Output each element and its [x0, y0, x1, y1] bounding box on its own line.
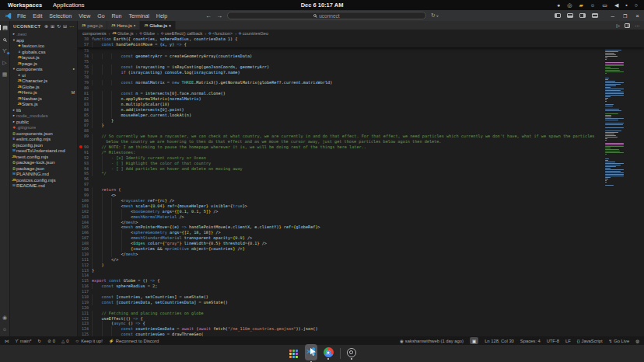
- explorer-icon[interactable]: ▤: [0, 25, 10, 30]
- code-line[interactable]: 87}: [78, 123, 644, 128]
- breadcrumb-item[interactable]: JSGlobe.js: [112, 31, 133, 36]
- settings-gear-icon[interactable]: ☼: [0, 326, 10, 332]
- code-line[interactable]: 111</>: [78, 257, 644, 263]
- tree-item[interactable]: JSlayout.js: [10, 54, 77, 61]
- menu-selection[interactable]: Selection: [49, 13, 72, 19]
- os-menu-item[interactable]: Workspaces: [8, 2, 42, 9]
- toggle-secondary-sidebar-icon[interactable]: [579, 13, 586, 18]
- tree-item[interactable]: {}package.json: [10, 165, 77, 172]
- run-file-button[interactable]: ▷: [616, 23, 620, 28]
- code-area[interactable]: 7374const geometryArr = createGeometryAr…: [78, 48, 644, 336]
- tree-item[interactable]: JSGlobe.js: [10, 84, 77, 90]
- app-indicator-icon[interactable]: ●: [557, 2, 560, 8]
- sync-changes[interactable]: ↻: [38, 339, 42, 343]
- tree-folder[interactable]: ▸node_modules: [10, 113, 77, 119]
- toggle-panel-icon[interactable]: [567, 13, 573, 18]
- tree-item[interactable]: JSHero.jsM: [10, 89, 77, 96]
- notifications-bell[interactable]: ◍: [635, 339, 639, 343]
- code-line[interactable]: 109{countries && <primitive object={coun…: [78, 246, 644, 252]
- code-line[interactable]: 91/* Milestones:: [78, 150, 644, 155]
- split-editor-button[interactable]: [625, 23, 630, 28]
- launchpad-icon[interactable]: [289, 349, 299, 359]
- code-line[interactable]: 88: [78, 128, 644, 134]
- tree-item[interactable]: ★favicon.ico: [10, 43, 77, 49]
- refresh-explorer-icon[interactable]: ↻: [57, 23, 61, 29]
- tree-item[interactable]: {}jsconfig.json: [10, 142, 77, 148]
- run-debug-icon[interactable]: ▷: [0, 60, 10, 65]
- eol-sequence[interactable]: LF: [565, 339, 571, 343]
- power-icon[interactable]: ○: [635, 2, 638, 8]
- close-tab-icon[interactable]: ×: [169, 23, 171, 28]
- menu-terminal[interactable]: Terminal: [128, 13, 149, 19]
- code-line[interactable]: 125const countriesGeo = drawThreeGeo(: [78, 332, 644, 336]
- code-line[interactable]: 100<raycaster ref={rc} />: [78, 198, 644, 204]
- breadcrumb-item[interactable]: ◇useEffect() callback: [161, 31, 202, 36]
- tree-folder[interactable]: ▸ui: [10, 72, 77, 78]
- errors[interactable]: ⊘0: [47, 339, 55, 343]
- code-line[interactable]: 119const [countriesData, setCountriesDat…: [78, 300, 644, 305]
- breakpoint-icon[interactable]: [79, 145, 82, 148]
- minimap[interactable]: [605, 37, 625, 186]
- tree-item[interactable]: JSpostcss.config.mjs: [10, 177, 77, 183]
- menu-go[interactable]: Go: [97, 13, 104, 19]
- code-line[interactable]: 74const geometryArr = createGeometryArra…: [78, 54, 644, 59]
- code-line[interactable]: 116const sphereRadius = 2;: [78, 284, 644, 289]
- code-line[interactable]: 79const normalMatrix = new THREE.Matrix3…: [78, 80, 644, 85]
- code-line[interactable]: 118const [countries, setCountries] = use…: [78, 294, 644, 300]
- close-button[interactable]: ×: [635, 12, 639, 19]
- tree-item[interactable]: MneedToUnderstand.md: [10, 148, 77, 154]
- code-line[interactable]: 90// NOTE: I am thinking to pause the ho…: [78, 144, 644, 150]
- tree-item[interactable]: {}components.json: [10, 131, 77, 137]
- recorder-icon[interactable]: ◎: [567, 2, 572, 8]
- git-branch[interactable]: Ƴmain*: [16, 339, 32, 343]
- customize-layout-icon[interactable]: [592, 13, 598, 18]
- code-line[interactable]: 82n.applyNormalMatrix(normalMatrix): [78, 96, 644, 102]
- code-line[interactable]: 85mouseHelper.current.lookAt(n): [78, 113, 644, 118]
- code-line[interactable]: 93- [ ] Highlight the color of that coun…: [78, 161, 644, 166]
- gitlens-blame[interactable]: ◉sakshamwithweb (1 day ago): [400, 339, 464, 343]
- tab-hero-js[interactable]: JSHero.js●: [107, 21, 140, 30]
- breadcrumb-item[interactable]: ◇Globe: [139, 31, 155, 36]
- tree-item[interactable]: MPLANNING.md: [10, 171, 77, 177]
- tree-item[interactable]: JSNavbar.js: [10, 96, 77, 102]
- menu-edit[interactable]: Edit: [33, 13, 42, 19]
- code-line[interactable]: 38function Earth({ countries, sphereRadi…: [78, 37, 644, 42]
- warnings[interactable]: △0: [61, 339, 68, 343]
- tree-item[interactable]: #globals.css: [10, 49, 77, 55]
- tree-item[interactable]: Eeslint.config.mjs: [10, 136, 77, 142]
- language-mode[interactable]: {}JavaScript: [577, 339, 603, 343]
- tab-globe-js[interactable]: JSGlobe.js×: [140, 21, 176, 30]
- code-line[interactable]: 120: [78, 305, 644, 311]
- minimize-button[interactable]: –: [611, 12, 614, 19]
- code-line[interactable]: 84n.add(intersects[0].point): [78, 107, 644, 113]
- shield-icon[interactable]: ▰: [579, 2, 583, 8]
- code-line[interactable]: 103<meshNormalMaterial />: [78, 214, 644, 220]
- extensions-icon[interactable]: ▦: [0, 71, 10, 77]
- tree-item[interactable]: MREADME.md: [10, 183, 77, 189]
- code-line[interactable]: 105<mesh onPointerMove={(e) => handlePoi…: [78, 225, 644, 230]
- code-line[interactable]: 77if (israycasting) console.log(israycas…: [78, 70, 644, 75]
- menu-run[interactable]: Run: [112, 13, 122, 19]
- collapse-folders-icon[interactable]: ⊟: [63, 23, 67, 29]
- search-input[interactable]: uconnect: [227, 12, 426, 19]
- code-line[interactable]: 89// So currently we have a raycaster, w…: [78, 134, 644, 139]
- code-line[interactable]: 113}: [78, 268, 644, 273]
- search-icon[interactable]: [0, 37, 10, 42]
- code-line[interactable]: 96: [78, 176, 644, 182]
- menu-view[interactable]: View: [79, 13, 90, 19]
- code-line[interactable]: 98return (: [78, 187, 644, 193]
- breadcrumb[interactable]: components›JSGlobe.js›◇Globe›◇useEffect(…: [78, 30, 644, 37]
- code-line[interactable]: 121// Fetching and placing countries on …: [78, 311, 644, 316]
- chrome-icon[interactable]: [324, 347, 334, 360]
- code-line[interactable]: 117: [78, 289, 644, 294]
- more-actions-icon[interactable]: ⋯: [69, 23, 74, 29]
- keep-it-up[interactable]: ☺Keep it up!: [75, 339, 103, 343]
- code-line[interactable]: 92- [x] Identify current country or Ocea…: [78, 155, 644, 161]
- code-line[interactable]: 123(async () => {: [78, 321, 644, 326]
- code-line[interactable]: 57const handlePointMove = (x, y) => {: [78, 42, 644, 47]
- menu-file[interactable]: File: [17, 13, 26, 19]
- code-line[interactable]: 81const n = intersects[0].face.normal.cl…: [78, 91, 644, 96]
- accounts-icon[interactable]: ◉: [0, 315, 10, 320]
- new-file-icon[interactable]: ⊕: [44, 23, 48, 29]
- tree-item[interactable]: ◆.gitignore: [10, 124, 77, 131]
